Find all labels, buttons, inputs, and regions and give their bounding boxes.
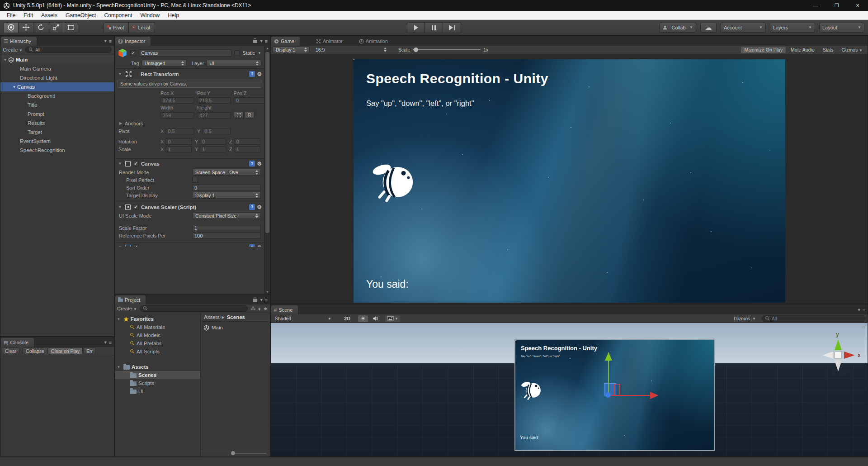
panel-menu-button[interactable]: ▼≡ bbox=[857, 307, 865, 313]
pixel-perfect-checkbox[interactable]: ✓ bbox=[192, 177, 198, 183]
scale-z-field[interactable]: 1 bbox=[234, 146, 260, 152]
tab-animation[interactable]: Animation bbox=[356, 37, 393, 46]
hierarchy-item-main-camera[interactable]: Main Camera bbox=[0, 64, 114, 73]
collab-dropdown[interactable]: Collab ▼ bbox=[659, 23, 696, 33]
menu-file[interactable]: File bbox=[3, 11, 19, 19]
gear-icon[interactable]: ⚙ bbox=[257, 71, 262, 77]
lock-icon[interactable] bbox=[253, 40, 257, 43]
console-collapse-button[interactable]: Collapse bbox=[23, 347, 47, 354]
gear-icon[interactable]: ⚙ bbox=[257, 204, 262, 210]
minimize-button[interactable]: — bbox=[806, 0, 826, 11]
panel-menu-button[interactable]: ▼≡ bbox=[253, 38, 268, 44]
rotation-z-field[interactable]: 0 bbox=[234, 138, 260, 145]
asset-main-scene[interactable]: Main bbox=[203, 323, 267, 332]
lock-icon[interactable] bbox=[253, 299, 257, 302]
hierarchy-item-results[interactable]: Results bbox=[0, 119, 114, 128]
y-axis-cone[interactable] bbox=[835, 339, 842, 350]
favorites-all-models[interactable]: All Models bbox=[115, 331, 200, 339]
pause-button[interactable] bbox=[425, 22, 443, 33]
hierarchy-item-title[interactable]: Title bbox=[0, 100, 114, 109]
scene-audio-button[interactable] bbox=[370, 315, 380, 322]
gizmo-origin-handle[interactable] bbox=[605, 392, 611, 398]
tab-inspector[interactable]: i Inspector bbox=[115, 37, 151, 46]
scene-lighting-button[interactable]: ☀ bbox=[358, 315, 368, 322]
slider-knob[interactable] bbox=[414, 48, 418, 52]
ui-scale-mode-dropdown[interactable]: Constant Pixel Size bbox=[192, 212, 261, 219]
pos-x-field[interactable]: 379.5 bbox=[160, 97, 194, 104]
cloud-services-button[interactable]: ☁ bbox=[700, 23, 717, 33]
x-axis-cone[interactable] bbox=[844, 352, 855, 359]
hierarchy-item-background[interactable]: Background bbox=[0, 91, 114, 100]
hierarchy-item-speechrecognition[interactable]: SpeechRecognition bbox=[0, 146, 114, 155]
play-button[interactable] bbox=[407, 22, 425, 33]
target-display-dropdown[interactable]: Display 1 bbox=[192, 192, 261, 199]
hand-tool-button[interactable] bbox=[4, 22, 19, 33]
scene-gizmos-button[interactable]: Gizmos▼ bbox=[731, 316, 758, 321]
tab-project[interactable]: Project bbox=[115, 295, 146, 304]
scene-viewport[interactable]: Speech Recognition - Unity Say "up", "do… bbox=[271, 323, 868, 456]
hierarchy-item-main[interactable]: ▼ Main bbox=[0, 55, 114, 64]
console-error-pause-button[interactable]: Err bbox=[83, 347, 96, 354]
foldout-icon[interactable]: ▼ bbox=[117, 72, 123, 76]
panel-menu-button[interactable]: ▼≡ bbox=[104, 340, 112, 345]
folder-scripts[interactable]: Scripts bbox=[115, 379, 200, 387]
maximize-on-play-button[interactable]: Maximize On Play bbox=[741, 47, 786, 53]
pos-y-field[interactable]: 213.5 bbox=[197, 97, 231, 104]
tab-animator[interactable]: Animator bbox=[313, 37, 348, 46]
reference-ppu-field[interactable]: 100 bbox=[192, 233, 261, 239]
static-dropdown-arrow[interactable]: ▼ bbox=[258, 51, 261, 55]
component-enabled-checkbox[interactable]: ✓ bbox=[133, 161, 139, 166]
maximize-button[interactable]: ❐ bbox=[826, 0, 847, 11]
breadcrumb-current[interactable]: Scenes bbox=[227, 314, 245, 320]
close-button[interactable]: ✕ bbox=[847, 0, 868, 11]
scale-factor-field[interactable]: 1 bbox=[192, 225, 261, 231]
folder-ui[interactable]: UI bbox=[115, 387, 200, 395]
panel-menu-button[interactable]: ▼≡ bbox=[104, 38, 112, 44]
console-clear-on-play-button[interactable]: Clear on Play bbox=[48, 347, 83, 354]
mute-audio-button[interactable]: Mute Audio bbox=[788, 47, 818, 53]
foldout-icon[interactable]: ▼ bbox=[116, 317, 122, 321]
folder-scenes[interactable]: Scenes bbox=[115, 371, 200, 379]
foldout-icon[interactable]: ▼ bbox=[11, 85, 17, 89]
rotation-y-field[interactable]: 0 bbox=[200, 138, 226, 145]
menu-edit[interactable]: Edit bbox=[19, 11, 37, 19]
tab-game[interactable]: Game bbox=[271, 37, 300, 46]
tab-scene[interactable]: # Scene bbox=[271, 305, 298, 314]
account-dropdown[interactable]: Account ▼ bbox=[721, 23, 766, 33]
scrollbar-thumb[interactable] bbox=[265, 52, 269, 233]
2d-toggle-button[interactable]: 2D bbox=[342, 315, 352, 322]
hierarchy-item-eventsystem[interactable]: EventSystem bbox=[0, 137, 114, 146]
foldout-icon[interactable]: ▼ bbox=[116, 365, 122, 369]
layers-dropdown[interactable]: Layers ▼ bbox=[770, 23, 815, 33]
scene-canvas-preview[interactable]: Speech Recognition - Unity Say "up", "do… bbox=[514, 339, 715, 451]
assets-root[interactable]: ▼ Assets bbox=[115, 363, 200, 371]
menu-window[interactable]: Window bbox=[136, 11, 164, 19]
scale-y-field[interactable]: 1 bbox=[200, 146, 226, 152]
display-dropdown[interactable]: Display 1 bbox=[273, 47, 310, 53]
layer-dropdown[interactable]: UI bbox=[206, 60, 261, 67]
step-button[interactable] bbox=[443, 22, 461, 33]
foldout-icon[interactable]: ▼ bbox=[2, 58, 8, 62]
tag-dropdown[interactable]: Untagged bbox=[142, 60, 187, 67]
search-by-label-button[interactable]: ⬧ bbox=[258, 306, 260, 312]
scene-search-input[interactable]: All bbox=[762, 315, 866, 322]
favorites-all-scripts[interactable]: All Scripts bbox=[115, 347, 200, 356]
scale-x-field[interactable]: 1 bbox=[165, 146, 192, 152]
favorites-root[interactable]: ▼ ★ Favorites bbox=[115, 315, 200, 323]
gizmo-center-cube[interactable] bbox=[835, 352, 842, 359]
favorites-all-materials[interactable]: All Materials bbox=[115, 323, 200, 331]
gizmo-x-arrowhead[interactable] bbox=[650, 392, 659, 399]
hierarchy-search-input[interactable]: All bbox=[25, 47, 112, 53]
sort-order-field[interactable]: 0 bbox=[192, 185, 261, 191]
menu-component[interactable]: Component bbox=[100, 11, 136, 19]
breadcrumb-root[interactable]: Assets bbox=[204, 314, 220, 320]
gizmo-y-arrowhead[interactable] bbox=[605, 352, 612, 361]
gizmo-y-axis[interactable] bbox=[608, 359, 609, 395]
gizmo-lock-icon[interactable] bbox=[861, 328, 862, 333]
height-field[interactable]: 427 bbox=[197, 112, 231, 119]
static-checkbox[interactable]: ✓ bbox=[234, 50, 240, 56]
foldout-icon[interactable]: ▼ bbox=[117, 205, 123, 209]
neg-x-axis-cone[interactable] bbox=[822, 352, 833, 359]
component-enabled-checkbox[interactable]: ✓ bbox=[133, 204, 139, 210]
pos-z-field[interactable]: 0 bbox=[234, 97, 267, 104]
